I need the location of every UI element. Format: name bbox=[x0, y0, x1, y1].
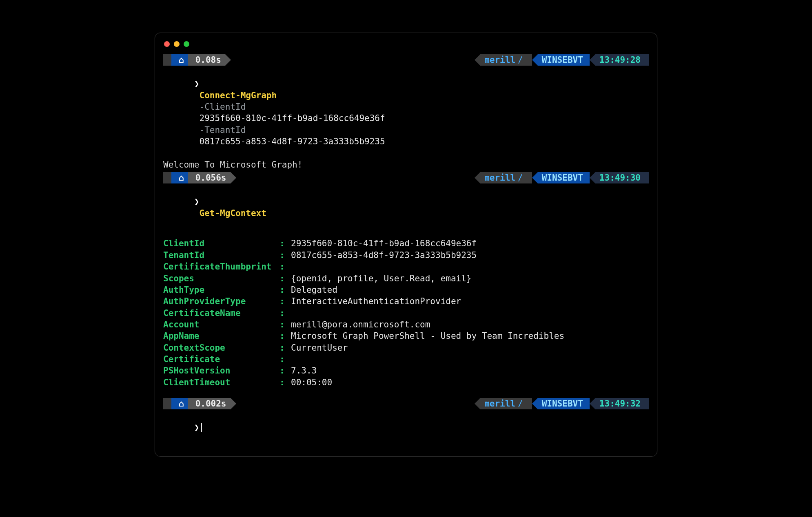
context-value: Delegated bbox=[291, 284, 337, 296]
prompt-right: merill / WINSEBVT 13:49:28 bbox=[475, 54, 649, 66]
user-segment: merill / bbox=[480, 54, 532, 66]
command-duration: 0.056s bbox=[195, 172, 226, 183]
command-name: Get-MgContext bbox=[194, 208, 266, 218]
context-colon: : bbox=[280, 307, 291, 319]
context-row: ClientId:2935f660-810c-41ff-b9ad-168cc64… bbox=[163, 238, 649, 249]
context-row: CertificateThumbprint: bbox=[163, 261, 649, 272]
context-key: TenantId bbox=[163, 250, 280, 261]
prompt-left: ⌂ 0.08s bbox=[163, 54, 225, 66]
command-line[interactable]: ❯ Connect-MgGraph -ClientId 2935f660-810… bbox=[163, 66, 649, 159]
prompt-chevron-icon: ❯ bbox=[194, 79, 200, 88]
home-segment: ⌂ bbox=[171, 172, 188, 183]
clock-segment: 13:49:30 bbox=[595, 172, 649, 183]
context-colon: : bbox=[280, 238, 291, 249]
context-value: merill@pora.onmicrosoft.com bbox=[291, 319, 430, 330]
context-colon: : bbox=[280, 342, 291, 354]
context-row: AppName:Microsoft Graph PowerShell - Use… bbox=[163, 330, 649, 342]
context-colon: : bbox=[280, 365, 291, 376]
context-value: Microsoft Graph PowerShell - Used by Tea… bbox=[291, 330, 564, 342]
context-colon: : bbox=[280, 261, 291, 272]
context-colon: : bbox=[280, 354, 291, 365]
context-value: 00:05:00 bbox=[291, 377, 332, 388]
context-row: ContextScope:CurrentUser bbox=[163, 342, 649, 354]
window-controls bbox=[163, 40, 649, 53]
os-segment bbox=[163, 172, 171, 183]
context-colon: : bbox=[280, 284, 291, 296]
home-segment: ⌂ bbox=[171, 398, 188, 409]
zoom-icon[interactable] bbox=[184, 41, 189, 47]
context-colon: : bbox=[280, 273, 291, 284]
duration-segment: 0.08s bbox=[188, 54, 225, 66]
command-name: Connect-MgGraph bbox=[194, 91, 277, 100]
context-value: CurrentUser bbox=[291, 342, 348, 354]
home-segment: ⌂ bbox=[171, 54, 188, 66]
host-segment: WINSEBVT bbox=[538, 54, 590, 66]
context-value: InteractiveAuthenticationProvider bbox=[291, 296, 461, 307]
context-row: AuthType:Delegated bbox=[163, 284, 649, 296]
minimize-icon[interactable] bbox=[174, 41, 180, 47]
hostname: WINSEBVT bbox=[542, 54, 583, 66]
context-value: 7.3.3 bbox=[291, 365, 317, 376]
close-icon[interactable] bbox=[164, 41, 170, 47]
context-key: CertificateName bbox=[163, 307, 280, 319]
user-segment: merill / bbox=[480, 398, 532, 409]
context-key: Certificate bbox=[163, 354, 280, 365]
context-colon: : bbox=[280, 250, 291, 261]
prompt-chevron-icon: ❯ bbox=[194, 422, 200, 432]
prompt-right: merill / WINSEBVT 13:49:30 bbox=[475, 172, 649, 183]
context-row: Certificate: bbox=[163, 354, 649, 365]
context-key: ContextScope bbox=[163, 342, 280, 354]
context-colon: : bbox=[280, 330, 291, 342]
context-row: PSHostVersion:7.3.3 bbox=[163, 365, 649, 376]
clock-segment: 13:49:32 bbox=[595, 398, 649, 409]
context-colon: : bbox=[280, 319, 291, 330]
command-duration: 0.002s bbox=[195, 398, 226, 409]
prompt-left: ⌂ 0.056s bbox=[163, 172, 231, 183]
prompt-left: ⌂ 0.002s bbox=[163, 398, 231, 409]
username: merill bbox=[484, 54, 515, 66]
context-value: 2935f660-810c-41ff-b9ad-168cc649e36f bbox=[291, 238, 477, 249]
username: merill bbox=[484, 172, 515, 183]
os-segment bbox=[163, 54, 171, 66]
context-key: AuthType bbox=[163, 284, 280, 296]
host-segment: WINSEBVT bbox=[538, 398, 590, 409]
command-arg: 2935f660-810c-41ff-b9ad-168cc649e36f bbox=[194, 113, 385, 123]
terminal-window[interactable]: ⌂ 0.08s merill / WINSEBVT 13:49:28 ❯ Con… bbox=[155, 33, 657, 457]
clock-time: 13:49:30 bbox=[599, 172, 641, 183]
prompt-right: merill / WINSEBVT 13:49:32 bbox=[475, 398, 649, 409]
prompt-chevron-icon: ❯ bbox=[194, 197, 200, 206]
command-line[interactable]: ❯ Get-MgContext bbox=[163, 184, 649, 230]
context-key: ClientId bbox=[163, 238, 280, 249]
context-row: AuthProviderType:InteractiveAuthenticati… bbox=[163, 296, 649, 307]
context-key: ClientTimeout bbox=[163, 377, 280, 388]
context-row: ClientTimeout:00:05:00 bbox=[163, 377, 649, 388]
context-key: Scopes bbox=[163, 273, 280, 284]
user-host-sep: / bbox=[515, 398, 526, 409]
prompt-row: ⌂ 0.056s merill / WINSEBVT 13:49:30 bbox=[163, 172, 649, 183]
home-icon: ⌂ bbox=[179, 172, 184, 183]
home-icon: ⌂ bbox=[179, 398, 184, 409]
prompt-row: ⌂ 0.002s merill / WINSEBVT 13:49:32 bbox=[163, 398, 649, 409]
os-segment bbox=[163, 398, 171, 409]
clock-time: 13:49:28 bbox=[599, 54, 641, 66]
context-key: Account bbox=[163, 319, 280, 330]
command-line[interactable]: ❯ bbox=[163, 410, 649, 445]
context-key: AuthProviderType bbox=[163, 296, 280, 307]
hostname: WINSEBVT bbox=[542, 398, 583, 409]
user-host-sep: / bbox=[515, 172, 526, 183]
cursor-icon bbox=[201, 423, 202, 432]
command-flag: -TenantId bbox=[194, 125, 246, 135]
context-row: Account:merill@pora.onmicrosoft.com bbox=[163, 319, 649, 330]
context-row: TenantId:0817c655-a853-4d8f-9723-3a333b5… bbox=[163, 250, 649, 261]
context-key: AppName bbox=[163, 330, 280, 342]
command-duration: 0.08s bbox=[195, 54, 221, 66]
user-segment: merill / bbox=[480, 172, 532, 183]
context-row: CertificateName: bbox=[163, 307, 649, 319]
context-key: PSHostVersion bbox=[163, 365, 280, 376]
context-colon: : bbox=[280, 296, 291, 307]
username: merill bbox=[484, 398, 515, 409]
host-segment: WINSEBVT bbox=[538, 172, 590, 183]
duration-segment: 0.002s bbox=[188, 398, 231, 409]
clock-segment: 13:49:28 bbox=[595, 54, 649, 66]
user-host-sep: / bbox=[515, 54, 526, 66]
